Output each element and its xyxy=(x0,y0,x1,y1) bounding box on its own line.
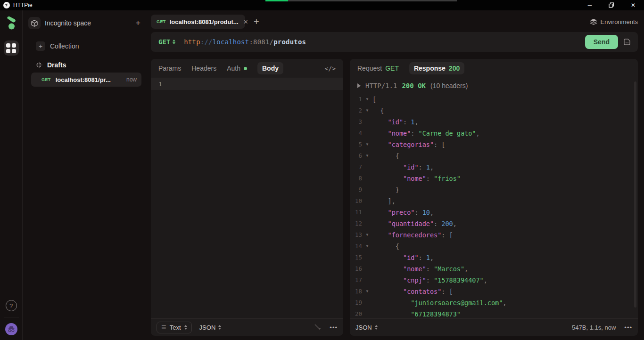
tab-params[interactable]: Params xyxy=(158,65,181,72)
drafts-icon xyxy=(36,62,42,68)
request-more-button[interactable]: ••• xyxy=(330,324,338,331)
line-content: "nome": "frios" xyxy=(372,173,461,184)
line-number: 20 xyxy=(350,308,362,318)
tab-body[interactable]: Body xyxy=(257,62,283,74)
tab-request-info[interactable]: Request GET xyxy=(357,65,399,72)
save-request-icon[interactable] xyxy=(623,38,634,46)
list-icon: ☰ xyxy=(161,324,166,331)
body-language-select[interactable]: JSON xyxy=(199,324,222,331)
line-number: 19 xyxy=(350,297,362,308)
code-line: 12"quantidade": 200, xyxy=(350,218,638,229)
response-body[interactable]: 1▼[2▼{3"id": 1,4"nome": "Carne de gato",… xyxy=(350,93,638,318)
line-number: 5 xyxy=(350,139,362,150)
fold-toggle-icon[interactable]: ▼ xyxy=(362,139,372,150)
request-panel: Params Headers Auth Body </> 1 ☰ xyxy=(151,59,343,336)
app-logo-icon xyxy=(3,2,10,8)
fold-spacer xyxy=(362,275,372,286)
add-space-button[interactable]: + xyxy=(135,19,140,27)
method-label: GET xyxy=(158,38,170,46)
code-view-icon[interactable]: </> xyxy=(325,65,336,72)
url-input[interactable]: http://localhost:8081/produtos xyxy=(184,38,585,46)
fold-toggle-icon[interactable]: ▼ xyxy=(362,229,372,241)
apps-grid-button[interactable] xyxy=(4,40,19,56)
fold-spacer xyxy=(362,252,372,263)
line-content: ], xyxy=(372,195,396,207)
help-button[interactable]: ? xyxy=(6,300,17,311)
url-token: produtos xyxy=(273,38,306,46)
request-tab[interactable]: GET localhost:8081/produt... ✕ xyxy=(151,15,245,29)
mode-arrows-icon xyxy=(184,325,187,330)
line-number: 16 xyxy=(350,263,362,275)
method-select[interactable]: GET xyxy=(158,38,175,46)
response-language-select[interactable]: JSON xyxy=(355,324,378,331)
line-number: 7 xyxy=(350,162,362,173)
tab-headers[interactable]: Headers xyxy=(191,65,216,72)
body-editor[interactable]: 1 xyxy=(151,78,343,318)
body-mode-select[interactable]: ☰ Text xyxy=(157,322,192,333)
code-line: 9} xyxy=(350,184,638,195)
line-number: 2 xyxy=(350,105,362,116)
new-tab-button[interactable]: + xyxy=(254,16,259,27)
code-line: 5▼"categorias": [ xyxy=(350,139,638,150)
response-status-line[interactable]: HTTP/1.1 200 OK (10 headers) xyxy=(350,79,638,93)
status-code-label: 200 OK xyxy=(402,82,426,89)
editor-active-line[interactable]: 1 xyxy=(151,78,343,90)
response-status-badge: 200 xyxy=(449,65,460,72)
fold-spacer xyxy=(362,173,372,184)
response-scrollbar[interactable] xyxy=(634,81,636,308)
line-number: 10 xyxy=(350,195,362,207)
tab-bar: GET localhost:8081/produt... ✕ + Environ… xyxy=(151,14,638,29)
add-collection-icon[interactable]: + xyxy=(36,41,45,51)
request-panel-tabs: Params Headers Auth Body </> xyxy=(151,59,343,78)
space-selector[interactable]: Incognito space + xyxy=(27,15,141,31)
code-line: 1▼[ xyxy=(350,94,638,105)
url-token: :8081 xyxy=(249,38,269,46)
restore-button[interactable] xyxy=(601,0,622,10)
code-line: 18▼"contatos": [ xyxy=(350,286,638,297)
main-area: GET localhost:8081/produt... ✕ + Environ… xyxy=(145,10,644,340)
line-content: "nome": "Marcos", xyxy=(372,263,468,275)
draft-request-item[interactable]: GET localhost:8081/pr... now xyxy=(31,73,141,87)
drafts-label: Drafts xyxy=(47,61,66,69)
tab-close-icon[interactable]: ✕ xyxy=(243,18,248,25)
line-content: "juniorsoares@gmail.com", xyxy=(372,297,506,308)
tab-response-info[interactable]: Response 200 xyxy=(409,62,464,74)
incognito-space-icon xyxy=(28,17,41,29)
tab-auth[interactable]: Auth xyxy=(227,65,247,72)
headers-count-label: (10 headers) xyxy=(430,82,468,89)
fold-toggle-icon[interactable]: ▼ xyxy=(362,150,372,162)
url-bar: GET http://localhost:8081/produtos Send xyxy=(151,32,638,52)
fold-toggle-icon[interactable]: ▼ xyxy=(362,94,372,105)
environments-button[interactable]: Environments xyxy=(590,18,638,25)
format-wand-icon[interactable] xyxy=(314,323,321,332)
send-button[interactable]: Send xyxy=(585,35,618,49)
url-token: http xyxy=(184,38,200,46)
editor-line-number: 1 xyxy=(158,81,162,88)
line-number: 13 xyxy=(350,229,362,241)
protocol-label: HTTP/1.1 xyxy=(365,82,397,89)
line-content: "contatos": [ xyxy=(372,286,453,297)
fold-spacer xyxy=(362,162,372,173)
line-content: "id": 1, xyxy=(372,162,434,173)
code-line: 2▼{ xyxy=(350,105,638,116)
close-button[interactable]: ✕ xyxy=(622,0,644,10)
fold-spacer xyxy=(362,184,372,195)
fold-spacer xyxy=(362,297,372,308)
line-number: 14 xyxy=(350,241,362,252)
response-more-button[interactable]: ••• xyxy=(624,324,632,331)
expand-headers-icon[interactable] xyxy=(357,83,361,88)
fold-toggle-icon[interactable]: ▼ xyxy=(362,241,372,252)
line-content: "quantidade": 200, xyxy=(372,218,457,229)
user-avatar[interactable] xyxy=(5,323,17,335)
line-content: "fornecedores": [ xyxy=(372,229,453,241)
drafts-row[interactable]: Drafts xyxy=(36,61,141,69)
collection-row[interactable]: + Collection xyxy=(36,41,141,51)
url-token: :// xyxy=(200,38,213,46)
code-line: 14▼{ xyxy=(350,241,638,252)
minimize-button[interactable]: ─ xyxy=(579,0,601,10)
titlebar: HTTPie ─ ✕ xyxy=(0,0,644,10)
line-content: "nome": "Carne de gato", xyxy=(372,128,480,139)
fold-toggle-icon[interactable]: ▼ xyxy=(362,105,372,116)
fold-toggle-icon[interactable]: ▼ xyxy=(362,286,372,297)
line-content: [ xyxy=(372,94,376,105)
